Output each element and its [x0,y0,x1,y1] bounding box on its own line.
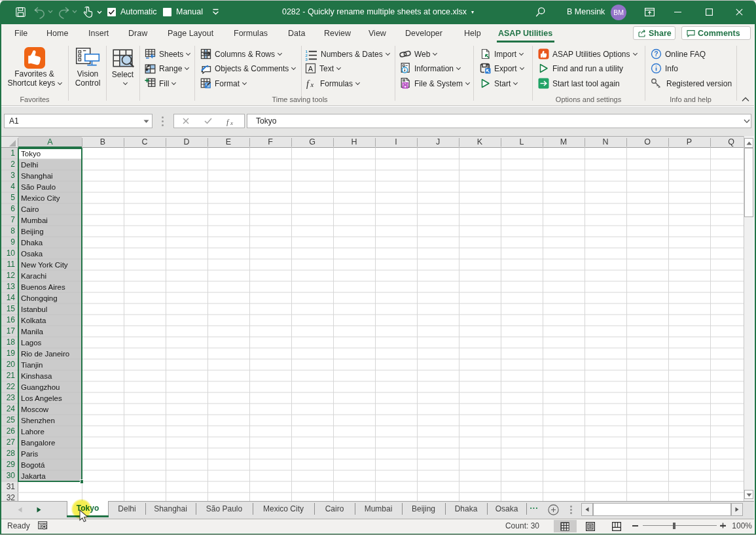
svg-text:3: 3 [306,56,308,61]
svg-text:f: f [226,118,230,127]
svg-text:x: x [310,81,314,88]
svg-text:f: f [306,79,310,89]
svg-text:x: x [230,120,233,126]
svg-text:A: A [308,65,314,73]
svg-text:?: ? [654,50,658,58]
